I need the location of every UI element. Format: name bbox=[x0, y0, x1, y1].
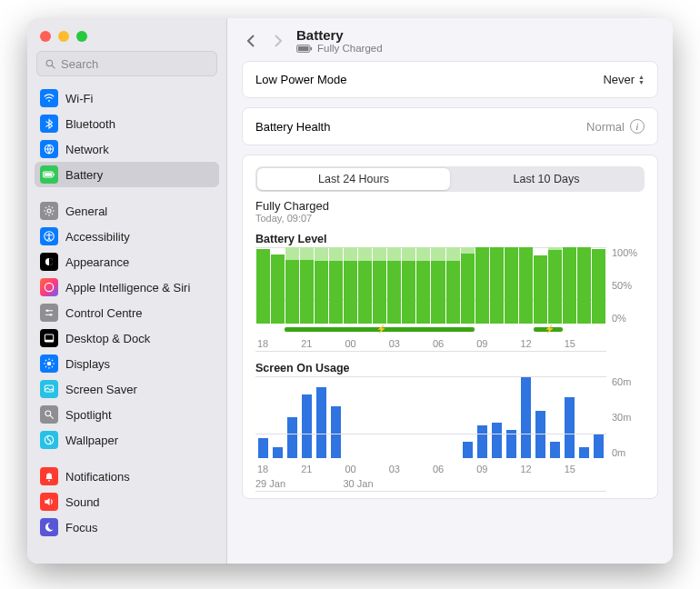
screen-on-bar bbox=[492, 423, 502, 458]
sidebar-item-sound[interactable]: Sound bbox=[35, 489, 219, 514]
sidebar-item-accessibility[interactable]: Accessibility bbox=[35, 224, 219, 249]
bolt-icon: ⚡ bbox=[545, 324, 555, 334]
moon-icon bbox=[40, 518, 58, 536]
y-tick-label: 30m bbox=[612, 412, 631, 423]
screensaver-icon bbox=[40, 380, 58, 398]
battery-level-bar bbox=[592, 249, 605, 324]
svg-point-9 bbox=[48, 233, 50, 235]
screen-on-bar bbox=[331, 406, 341, 458]
search-icon bbox=[45, 58, 56, 70]
wallpaper-icon bbox=[40, 431, 58, 449]
nav-back-button[interactable] bbox=[242, 30, 260, 52]
x-tick-label: 18 bbox=[257, 338, 268, 349]
zoom-window-button[interactable] bbox=[76, 31, 87, 42]
battery-level-bar bbox=[577, 247, 591, 324]
close-window-button[interactable] bbox=[40, 31, 51, 42]
x-tick-label: 03 bbox=[389, 464, 400, 474]
date-label: 29 Jan bbox=[255, 478, 285, 489]
svg-point-16 bbox=[47, 362, 52, 366]
sidebar-item-network[interactable]: Network bbox=[35, 136, 219, 162]
x-tick-label: 12 bbox=[520, 464, 531, 474]
battery-level-bar bbox=[475, 247, 489, 324]
settings-window: Search Wi-FiBluetoothNetworkBatteryGener… bbox=[27, 18, 673, 564]
sidebar-item-label: Screen Saver bbox=[65, 383, 137, 396]
x-tick-label: 18 bbox=[257, 464, 268, 474]
svg-rect-15 bbox=[45, 340, 53, 342]
battery-icon bbox=[40, 165, 58, 184]
svg-point-12 bbox=[46, 310, 48, 312]
screen-on-bar bbox=[302, 394, 312, 459]
low-power-mode-row: Low Power Mode Never ▲▼ bbox=[242, 61, 658, 98]
segment-last-24-hours[interactable]: Last 24 Hours bbox=[257, 168, 450, 190]
x-tick-label: 00 bbox=[345, 338, 355, 349]
x-tick-label: 09 bbox=[476, 464, 487, 474]
window-controls bbox=[27, 18, 226, 51]
sidebar-item-ai-siri[interactable]: Apple Intelligence & Siri bbox=[35, 275, 219, 300]
battery-level-bar bbox=[329, 261, 343, 324]
nav-forward-button[interactable] bbox=[269, 30, 287, 52]
battery-level-bar bbox=[344, 261, 357, 324]
sidebar-item-general[interactable]: General bbox=[35, 198, 219, 224]
sidebar-item-battery[interactable]: Battery bbox=[35, 162, 219, 187]
low-power-mode-select[interactable]: Never ▲▼ bbox=[603, 73, 645, 86]
sidebar-item-label: Wi-Fi bbox=[65, 92, 93, 105]
battery-health-value: Normal bbox=[586, 120, 625, 134]
battery-level-bar bbox=[490, 247, 504, 324]
y-tick-label: 50% bbox=[612, 280, 632, 291]
sidebar-item-wifi[interactable]: Wi-Fi bbox=[35, 85, 219, 111]
battery-level-bar bbox=[431, 261, 445, 324]
sidebar-item-appearance[interactable]: Appearance bbox=[35, 249, 219, 275]
sidebar-list[interactable]: Wi-FiBluetoothNetworkBatteryGeneralAcces… bbox=[27, 84, 226, 564]
sidebar-item-notifications[interactable]: Notifications bbox=[35, 464, 219, 489]
x-tick-label: 15 bbox=[565, 464, 575, 474]
battery-level-chart: ⚡⚡ 1821000306091215 100%50%0% bbox=[255, 247, 645, 351]
sidebar-item-label: Desktop & Dock bbox=[65, 332, 150, 345]
x-tick-label: 03 bbox=[389, 338, 400, 349]
battery-status-icon bbox=[296, 45, 313, 53]
sidebar-item-label: General bbox=[65, 205, 107, 218]
svg-point-0 bbox=[46, 60, 53, 66]
sidebar-item-spotlight[interactable]: Spotlight bbox=[35, 402, 219, 427]
sidebar-item-control-centre[interactable]: Control Centre bbox=[35, 300, 219, 325]
battery-level-bar bbox=[416, 261, 430, 324]
sidebar-item-label: Control Centre bbox=[65, 306, 143, 320]
bluetooth-icon bbox=[40, 115, 58, 133]
screen-on-bar bbox=[506, 430, 516, 459]
gear-icon bbox=[40, 202, 58, 220]
svg-point-13 bbox=[50, 314, 52, 315]
low-power-mode-label: Low Power Mode bbox=[255, 73, 346, 86]
battery-level-bar bbox=[461, 254, 475, 324]
search-input[interactable]: Search bbox=[36, 51, 217, 76]
minimize-window-button[interactable] bbox=[58, 31, 69, 42]
screen-on-bar bbox=[535, 411, 545, 459]
y-tick-label: 0m bbox=[612, 447, 625, 458]
sound-icon bbox=[40, 493, 58, 511]
segment-last-10-days[interactable]: Last 10 Days bbox=[450, 168, 643, 190]
battery-level-bar bbox=[256, 249, 270, 324]
battery-level-bar bbox=[446, 261, 460, 324]
main-pane: Battery Fully Charged Low Power Mode Nev… bbox=[227, 18, 673, 564]
battery-level-bar bbox=[358, 261, 372, 324]
screen-on-bar bbox=[579, 447, 589, 458]
sidebar-item-label: Spotlight bbox=[65, 408, 112, 422]
battery-health-info-button[interactable]: i bbox=[630, 119, 645, 134]
sidebar-item-displays[interactable]: Displays bbox=[35, 351, 219, 376]
dock-icon bbox=[40, 329, 58, 347]
x-tick-label: 06 bbox=[433, 338, 444, 349]
select-stepper-icon: ▲▼ bbox=[638, 75, 645, 85]
sidebar-item-bluetooth[interactable]: Bluetooth bbox=[35, 111, 219, 136]
sidebar-item-screen-saver[interactable]: Screen Saver bbox=[35, 376, 219, 402]
x-tick-label: 21 bbox=[301, 464, 312, 474]
svg-point-18 bbox=[45, 411, 51, 416]
sidebar-item-wallpaper[interactable]: Wallpaper bbox=[35, 427, 219, 453]
sidebar-item-focus[interactable]: Focus bbox=[35, 514, 219, 540]
accessibility-icon bbox=[40, 227, 58, 245]
sidebar-item-desktop-dock[interactable]: Desktop & Dock bbox=[35, 325, 219, 351]
x-tick-label: 06 bbox=[433, 464, 444, 474]
sidebar-item-label: Battery bbox=[65, 168, 103, 182]
battery-health-row: Battery Health Normal i bbox=[242, 107, 658, 145]
displays-icon bbox=[40, 354, 58, 373]
svg-line-1 bbox=[52, 65, 55, 68]
battery-level-chart-title: Battery Level bbox=[255, 233, 645, 245]
screen-on-bar bbox=[258, 438, 268, 459]
